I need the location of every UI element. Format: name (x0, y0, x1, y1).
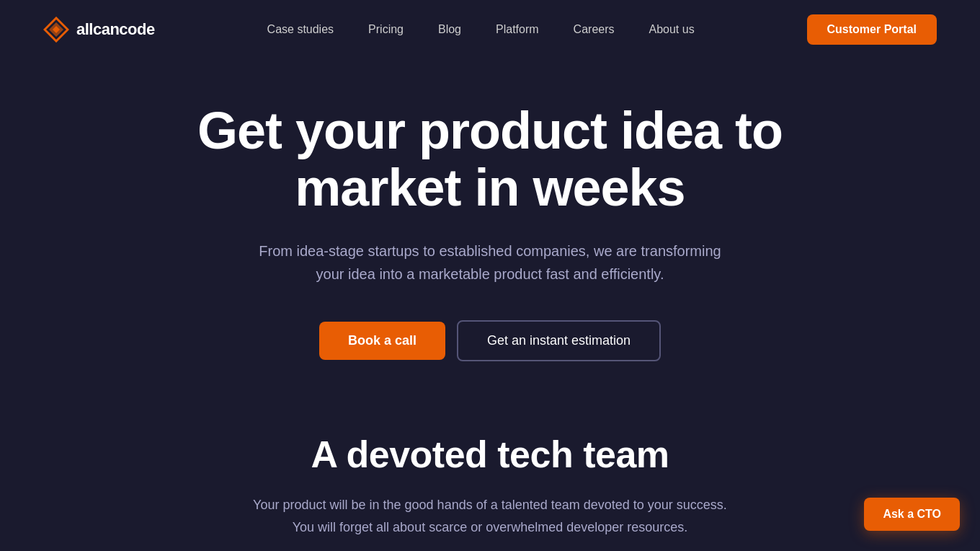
nav-item-case-studies[interactable]: Case studies (253, 17, 349, 41)
devoted-subtitle: Your product will be in the good hands o… (245, 494, 735, 538)
logo-icon (43, 17, 69, 43)
devoted-title: A devoted tech team (311, 433, 669, 477)
get-estimation-button[interactable]: Get an instant estimation (457, 320, 661, 361)
nav-item-platform[interactable]: Platform (481, 17, 553, 41)
logo-text: allcancode (76, 20, 155, 39)
ask-cto-button[interactable]: Ask a CTO (864, 498, 960, 531)
logo-link[interactable]: allcancode (43, 17, 155, 43)
book-a-call-button[interactable]: Book a call (319, 322, 445, 360)
nav-item-pricing[interactable]: Pricing (354, 17, 418, 41)
hero-section: Get your product idea to market in weeks… (0, 59, 980, 390)
nav-item-blog[interactable]: Blog (424, 17, 476, 41)
devoted-section: A devoted tech team Your product will be… (0, 390, 980, 551)
hero-title: Get your product idea to market in weeks (166, 102, 814, 216)
hero-subtitle: From idea-stage startups to established … (245, 239, 735, 286)
customer-portal-button[interactable]: Customer Portal (807, 14, 937, 45)
hero-buttons: Book a call Get an instant estimation (319, 320, 661, 361)
nav-item-about-us[interactable]: About us (635, 17, 709, 41)
nav-item-careers[interactable]: Careers (559, 17, 629, 41)
navbar: allcancode Case studies Pricing Blog Pla… (0, 0, 980, 59)
nav-links: Case studies Pricing Blog Platform Caree… (253, 23, 709, 36)
